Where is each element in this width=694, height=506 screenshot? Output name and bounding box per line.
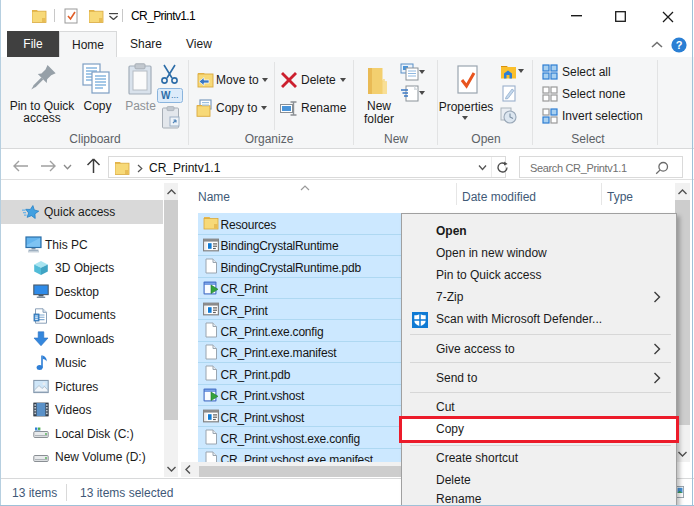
svg-text:W: W [161, 90, 171, 101]
svg-text:...: ... [171, 90, 179, 100]
svg-text:?: ? [676, 39, 683, 51]
